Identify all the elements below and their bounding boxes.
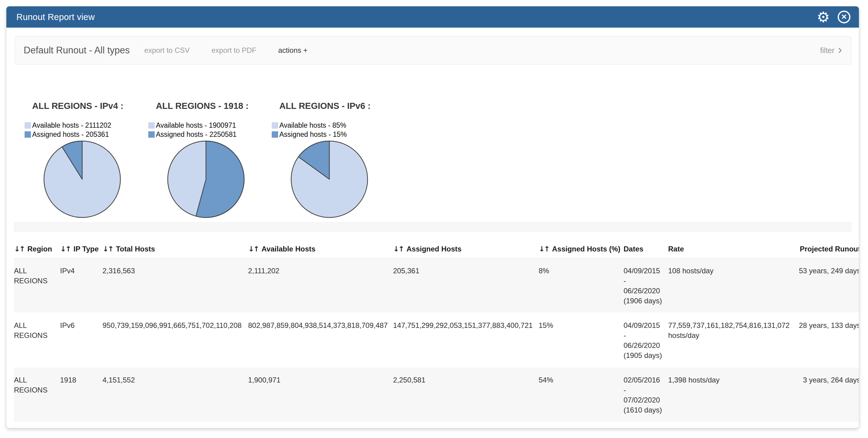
sort-arrows-icon: ↓↑ [60, 245, 70, 253]
cell-total-hosts: 4,151,552 [102, 367, 248, 422]
legend-item-assigned: Assigned hosts - 205361 [25, 130, 146, 139]
chart-footer-strip [14, 222, 851, 231]
cell-rate: 1,398 hosts/day [668, 367, 796, 422]
table-row: ALL REGIONS IPv6 950,739,159,096,991,665… [14, 313, 859, 367]
chart-title: ALL REGIONS - IPv6 : [279, 101, 393, 111]
cell-assigned-pct: 8% [539, 258, 624, 313]
cell-dates: 04/09/2015 - 06/26/2020 (1905 days) [624, 313, 668, 367]
chevron-right-icon: › [838, 44, 842, 57]
cell-dates: 04/09/2015 - 06/26/2020 (1906 days) [624, 258, 668, 313]
cell-assigned-pct: 15% [539, 313, 624, 367]
cell-assigned-hosts: 2,250,581 [393, 367, 539, 422]
sort-arrows-icon: ↓↑ [102, 245, 113, 253]
legend-item-available: Available hosts - 1900971 [148, 121, 270, 130]
filter-toggle[interactable]: filter › [820, 44, 842, 57]
cell-ip-type: IPv4 [60, 258, 102, 313]
chart-1918: ALL REGIONS - 1918 : Available hosts - 1… [148, 101, 270, 220]
legend-item-assigned: Assigned hosts - 15% [272, 130, 393, 139]
cell-projected-runout: 53 years, 249 days [796, 258, 859, 313]
cell-total-hosts: 950,739,159,096,991,665,751,702,110,208 [102, 313, 248, 367]
cell-dates: 02/05/2016 - 07/02/2020 (1610 days) [624, 367, 668, 422]
chart-title: ALL REGIONS - IPv4 : [32, 101, 146, 111]
filter-label: filter [820, 46, 834, 55]
report-view-title: Default Runout - All types [24, 45, 130, 56]
column-header-assigned-pct[interactable]: ↓↑Assigned Hosts (%) [539, 238, 624, 258]
actions-menu-button[interactable]: actions + [278, 46, 308, 55]
dialog-titlebar: Runout Report view ⚙ × [6, 6, 859, 28]
legend-swatch-available [272, 122, 278, 129]
cell-rate: 108 hosts/day [668, 258, 796, 313]
pie-chart-ipv6 [290, 139, 369, 219]
cell-rate: 77,559,737,161,182,754,816,131,072 hosts… [668, 313, 796, 367]
cell-region: ALL REGIONS [14, 367, 60, 422]
cell-region: ALL REGIONS [14, 313, 60, 367]
legend-item-assigned: Assigned hosts - 2250581 [148, 130, 270, 139]
chart-title: ALL REGIONS - 1918 : [156, 101, 270, 111]
cell-total-hosts: 2,316,563 [102, 258, 248, 313]
cell-assigned-hosts: 147,751,299,292,053,151,377,883,400,721 [393, 313, 539, 367]
legend-item-available: Available hosts - 2111202 [25, 121, 146, 130]
table-row: ALL REGIONS IPv4 2,316,563 2,111,202 205… [14, 258, 859, 313]
sort-arrows-icon: ↓↑ [539, 245, 549, 253]
column-header-assigned-hosts[interactable]: ↓↑Assigned Hosts [393, 238, 539, 258]
chart-legend: Available hosts - 1900971 Assigned hosts… [148, 121, 270, 139]
chart-legend: Available hosts - 85% Assigned hosts - 1… [272, 121, 393, 139]
legend-swatch-assigned [148, 131, 155, 138]
runout-results-table: ↓↑Region ↓↑IP Type ↓↑Total Hosts ↓↑Avail… [14, 238, 859, 422]
table-header-row: ↓↑Region ↓↑IP Type ↓↑Total Hosts ↓↑Avail… [14, 238, 859, 258]
pie-chart-1918 [166, 139, 245, 219]
chart-ipv6: ALL REGIONS - IPv6 : Available hosts - 8… [272, 101, 393, 220]
report-toolbar: Default Runout - All types export to CSV… [15, 36, 851, 65]
column-header-rate: Rate [668, 238, 796, 258]
legend-swatch-assigned [272, 131, 278, 138]
cell-projected-runout: 3 years, 264 days [796, 367, 859, 422]
cell-region: ALL REGIONS [14, 258, 60, 313]
close-icon[interactable]: × [838, 11, 850, 23]
chart-legend: Available hosts - 2111202 Assigned hosts… [25, 121, 146, 139]
cell-available-hosts: 1,900,971 [248, 367, 393, 422]
sort-arrows-icon: ↓↑ [14, 245, 24, 253]
column-header-region[interactable]: ↓↑Region [14, 238, 60, 258]
cell-ip-type: IPv6 [60, 313, 102, 367]
legend-swatch-available [25, 122, 31, 129]
legend-swatch-assigned [25, 131, 31, 138]
settings-gear-icon[interactable]: ⚙ [817, 10, 830, 24]
charts-section: ALL REGIONS - IPv4 : Available hosts - 2… [25, 101, 859, 220]
column-header-total-hosts[interactable]: ↓↑Total Hosts [102, 238, 248, 258]
runout-report-dialog: Runout Report view ⚙ × Default Runout - … [6, 6, 859, 428]
sort-arrows-icon: ↓↑ [393, 245, 403, 253]
cell-available-hosts: 2,111,202 [248, 258, 393, 313]
legend-swatch-available [148, 122, 155, 129]
cell-assigned-pct: 54% [539, 367, 624, 422]
dialog-title: Runout Report view [17, 12, 95, 22]
column-header-ip-type[interactable]: ↓↑IP Type [60, 238, 102, 258]
column-header-available-hosts[interactable]: ↓↑Available Hosts [248, 238, 393, 258]
chart-ipv4: ALL REGIONS - IPv4 : Available hosts - 2… [25, 101, 146, 220]
export-csv-link[interactable]: export to CSV [144, 46, 190, 55]
cell-assigned-hosts: 205,361 [393, 258, 539, 313]
table-row: ALL REGIONS 1918 4,151,552 1,900,971 2,2… [14, 367, 859, 422]
column-header-projected-runout: Projected Runout [796, 238, 859, 258]
column-header-dates: Dates [624, 238, 668, 258]
sort-arrows-icon: ↓↑ [248, 245, 258, 253]
cell-ip-type: 1918 [60, 367, 102, 422]
cell-available-hosts: 802,987,859,804,938,514,373,818,709,487 [248, 313, 393, 367]
cell-projected-runout: 28 years, 133 days [796, 313, 859, 367]
pie-chart-ipv4 [43, 139, 122, 219]
legend-item-available: Available hosts - 85% [272, 121, 393, 130]
export-pdf-link[interactable]: export to PDF [211, 46, 256, 55]
